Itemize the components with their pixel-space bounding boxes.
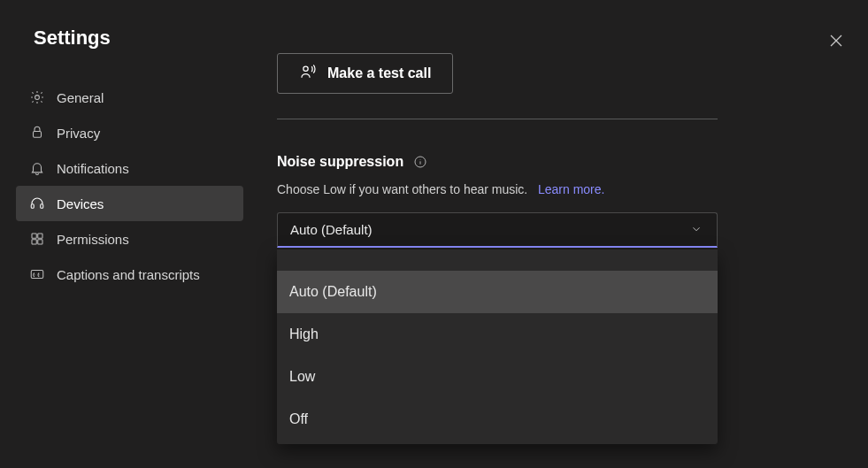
section-header: Noise suppression: [277, 154, 718, 170]
svg-rect-5: [41, 204, 43, 209]
section-divider: [277, 119, 718, 119]
gear-icon: [28, 88, 46, 106]
captions-icon: [28, 265, 46, 283]
svg-rect-6: [32, 234, 36, 238]
svg-rect-4: [31, 204, 34, 209]
dropdown-option-off[interactable]: Off: [277, 398, 718, 441]
sidebar-item-permissions[interactable]: Permissions: [16, 221, 243, 257]
dropdown-option-high[interactable]: High: [277, 313, 718, 356]
sidebar-item-label: Privacy: [57, 126, 100, 141]
noise-suppression-dropdown: Auto (Default) High Low Off: [277, 249, 718, 444]
svg-point-2: [35, 96, 40, 100]
description-text: Choose Low if you want others to hear mu…: [277, 182, 527, 196]
selected-value: Auto (Default): [290, 222, 373, 237]
sidebar-item-privacy[interactable]: Privacy: [16, 115, 243, 150]
svg-rect-7: [38, 234, 42, 238]
button-label: Make a test call: [327, 65, 431, 81]
option-label: Auto (Default): [289, 284, 377, 300]
dropdown-option-auto[interactable]: Auto (Default): [277, 271, 718, 313]
section-title: Noise suppression: [277, 154, 403, 170]
sidebar-item-label: Devices: [57, 196, 104, 211]
option-label: Off: [289, 411, 308, 427]
svg-rect-10: [31, 271, 43, 279]
make-test-call-button[interactable]: Make a test call: [277, 53, 453, 94]
sidebar-item-label: Notifications: [57, 161, 129, 176]
svg-point-11: [303, 66, 308, 71]
sidebar-item-devices[interactable]: Devices: [16, 186, 243, 221]
settings-main: Make a test call Noise suppression Choos…: [252, 0, 868, 468]
sidebar-item-label: Captions and transcripts: [57, 267, 200, 282]
lock-icon: [28, 124, 46, 142]
info-icon[interactable]: [412, 154, 428, 170]
settings-nav: General Privacy Notifications Devices: [16, 80, 252, 292]
svg-rect-8: [32, 240, 36, 244]
headset-icon: [28, 195, 46, 212]
sidebar-item-general[interactable]: General: [16, 80, 243, 115]
page-title: Settings: [16, 27, 252, 80]
sidebar-item-label: Permissions: [57, 232, 129, 247]
section-description: Choose Low if you want others to hear mu…: [277, 182, 718, 196]
learn-more-link[interactable]: Learn more.: [538, 182, 604, 196]
sidebar-item-notifications[interactable]: Notifications: [16, 150, 243, 186]
bell-icon: [28, 159, 46, 177]
svg-rect-3: [34, 132, 42, 138]
svg-rect-9: [38, 240, 42, 244]
noise-suppression-section: Noise suppression Choose Low if you want…: [277, 154, 718, 444]
noise-suppression-select[interactable]: Auto (Default): [277, 212, 718, 248]
sidebar-item-label: General: [57, 90, 104, 105]
dropdown-option-low[interactable]: Low: [277, 356, 718, 398]
person-voice-icon: [299, 63, 317, 84]
settings-sidebar: Settings General Privacy Notifications: [0, 0, 252, 468]
option-label: Low: [289, 369, 315, 385]
sidebar-item-captions[interactable]: Captions and transcripts: [16, 257, 243, 292]
option-label: High: [289, 326, 319, 342]
grid-icon: [28, 230, 46, 248]
chevron-down-icon: [690, 223, 704, 237]
svg-point-14: [420, 159, 421, 160]
